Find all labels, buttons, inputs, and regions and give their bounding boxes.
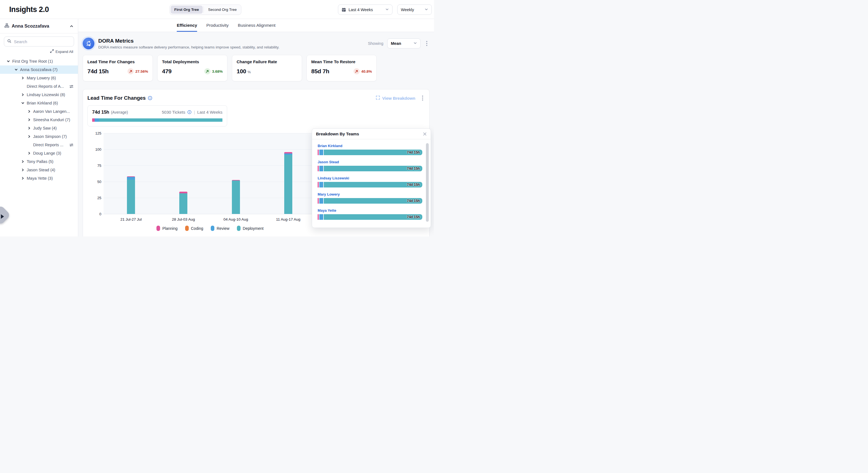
close-icon[interactable] [423,132,427,136]
bar-04-Aug-10-Aug [232,180,240,214]
sliders-icon[interactable] [69,84,73,89]
breakdown-title: Breakdown By Teams [316,131,359,136]
tree-item-label: Maya Yette (3) [27,176,53,180]
search-input[interactable] [14,39,70,44]
x-tick-label: 04 Aug-10 Aug [223,217,248,221]
chevron-right-icon[interactable] [21,93,25,97]
calendar-icon [342,7,346,12]
chevron-right-icon[interactable] [21,160,25,164]
trend-badge: 3.68% [204,68,223,75]
chevron-right-icon[interactable] [28,118,31,122]
tree-item[interactable]: Jason Simpson (7) [0,132,78,141]
bar-11-Aug-17-Aug [284,152,292,214]
tree-item-label: Mary Lowery (6) [27,76,56,80]
breakdown-team: Jason Stead74d 15h [318,160,422,171]
team-name-link[interactable]: Lindsay Liszewski [318,176,422,180]
y-tick-label: 75 [89,164,101,168]
breakdown-team: Brian Kirkland74d 15h [318,144,422,155]
tree-item[interactable]: Direct Reports ... [0,141,78,149]
tree-item[interactable]: Doug Lange (3) [0,149,78,157]
tree-item-label: First Org Tree Root (1) [12,59,53,63]
metric-card-title: Change Failure Rate [237,59,297,64]
info-icon[interactable] [148,96,152,100]
tab-business-alignment[interactable]: Business Alignment [238,19,275,32]
legend-item-deployment: Deployment [237,226,264,231]
tree-item[interactable]: Direct Reports of A... [0,82,78,91]
bar-28-Jul-03-Aug [179,191,187,214]
tree-item-label: Anna Scozzafava (7) [20,67,58,72]
trend-badge: 27.56% [127,68,148,75]
org-tree: First Org Tree Root (1)Anna Scozzafava (… [0,57,78,182]
chevron-down-icon[interactable] [7,60,10,63]
tree-item[interactable]: Lindsay Liszewski (8) [0,91,78,99]
tree-item[interactable]: Sireesha Kunduri (7) [0,116,78,124]
chevron-right-icon[interactable] [21,168,25,172]
bar-segment-deployment [179,193,187,214]
tree-item[interactable]: Maya Yette (3) [0,174,78,182]
team-value: 74d 15h [407,215,420,219]
tab-productivity[interactable]: Productivity [206,19,228,32]
summary-tickets: 5030 Tickets [162,110,185,115]
metric-card: Change Failure Rate100% [232,55,302,81]
legend-swatch [211,226,214,231]
chevron-right-icon[interactable] [28,135,31,139]
chevron-right-icon[interactable] [28,126,31,130]
toggle-first-org-tree[interactable]: First Org Tree [170,6,203,13]
chevron-spacer [28,143,31,147]
chevron-down-icon[interactable] [21,101,25,105]
dora-title: DORA Metrics [98,38,279,44]
tabs-row: EfficiencyProductivityBusiness Alignment [78,19,434,32]
tree-item[interactable]: Judy Saw (4) [0,124,78,132]
dora-header: DORA Metrics DORA metrics measure softwa… [83,35,430,52]
app-header: Insights 2.0 First Org Tree Second Org T… [0,0,434,19]
team-phase-bar: 74d 15h [318,166,422,171]
granularity-select[interactable]: Weekly [397,4,432,15]
tree-item[interactable]: First Org Tree Root (1) [0,57,78,65]
team-value: 74d 15h [407,183,420,187]
chevron-down-icon[interactable] [14,68,18,71]
breakdown-team: Lindsay Liszewski74d 15h [318,176,422,187]
tree-item[interactable]: Aaron Van Langen... [0,107,78,116]
org-tree-user-row[interactable]: Anna Scozzafava [0,19,78,33]
tree-item[interactable]: Anna Scozzafava (7) [0,65,78,74]
scrollbar-thumb[interactable] [426,143,429,222]
date-range-select[interactable]: Last 4 Weeks [338,4,393,15]
search-icon [7,39,11,44]
chevron-right-icon[interactable] [21,76,25,80]
team-name-link[interactable]: Jason Stead [318,160,422,164]
y-tick-label: 0 [89,212,101,216]
tree-item-label: Jason Stead (4) [27,168,55,172]
tree-item[interactable]: Mary Lowery (6) [0,74,78,82]
team-name-link[interactable]: Mary Lowery [318,192,422,197]
chevron-right-icon[interactable] [28,110,31,113]
search-box[interactable] [4,36,74,47]
expand-all-button[interactable]: Expand All [0,47,78,54]
tree-item[interactable]: Jason Stead (4) [0,166,78,174]
tab-efficiency[interactable]: Efficiency [177,19,197,32]
date-range-value: Last 4 Weeks [348,7,373,12]
tree-item[interactable]: Tony Pallas (5) [0,157,78,166]
info-icon[interactable] [187,110,191,114]
y-tick-label: 50 [89,180,101,184]
aggregation-select[interactable]: Mean [387,38,421,49]
kebab-menu-icon[interactable] [425,40,429,47]
x-tick-label: 21 Jul-27 Jul [120,217,142,221]
tree-item[interactable]: Brian Kirkland (6) [0,99,78,107]
expand-all-icon [50,49,54,54]
sliders-icon[interactable] [69,143,73,147]
y-tick-label: 125 [89,131,101,136]
sidebar: Anna Scozzafava Expand All First Org Tre… [0,19,78,237]
caret-right-icon [1,214,4,219]
team-name-link[interactable]: Brian Kirkland [318,144,422,148]
trend-badge: 40.8% [353,68,372,75]
toggle-second-org-tree[interactable]: Second Org Tree [205,6,241,13]
team-value: 74d 15h [407,150,420,154]
dora-description: DORA metrics measure software delivery p… [98,45,279,49]
chevron-right-icon[interactable] [21,177,25,180]
org-tree-toggle: First Org Tree Second Org Tree [169,4,241,15]
view-breakdown-button[interactable]: View Breakdown [376,95,415,100]
chevron-up-icon[interactable] [70,24,73,28]
team-name-link[interactable]: Maya Yette [318,208,422,212]
chevron-right-icon[interactable] [28,151,31,155]
kebab-menu-icon[interactable] [421,94,425,102]
